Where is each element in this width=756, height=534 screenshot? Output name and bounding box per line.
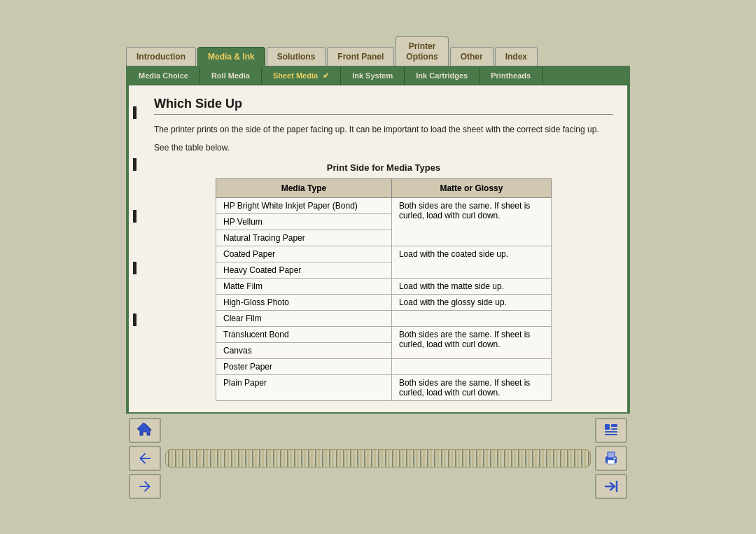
media-table: Media Type Matte or Glossy HP Bright Whi… bbox=[216, 178, 552, 401]
subtab-ink-system[interactable]: Ink System bbox=[341, 67, 405, 85]
svg-rect-6 bbox=[608, 452, 615, 458]
left-sidebar bbox=[127, 85, 140, 412]
table-row: Coated PaperLoad with the coated side up… bbox=[216, 246, 552, 262]
top-navigation: Introduction Media & Ink Solutions Front… bbox=[126, 31, 630, 66]
col-header-media-type: Media Type bbox=[216, 178, 392, 197]
table-row: High-Gloss PhotoLoad with the glossy sid… bbox=[216, 294, 552, 310]
bottom-navigation bbox=[126, 414, 630, 503]
subtab-media-choice[interactable]: Media Choice bbox=[127, 67, 200, 85]
sidebar-mark-3 bbox=[133, 210, 136, 223]
table-title: Print Side for Media Types bbox=[154, 162, 613, 173]
home-button[interactable] bbox=[129, 418, 161, 443]
main-content: Which Side Up The printer prints on the … bbox=[140, 85, 629, 412]
table-row: HP Bright White Inkjet Paper (Bond)Both … bbox=[216, 197, 552, 213]
svg-rect-4 bbox=[605, 434, 617, 435]
sidebar-mark-4 bbox=[133, 262, 136, 274]
col-header-matte-glossy: Matte or Glossy bbox=[391, 178, 551, 197]
tab-introduction[interactable]: Introduction bbox=[126, 47, 196, 66]
svg-rect-7 bbox=[608, 460, 615, 464]
forward-small-button[interactable] bbox=[129, 474, 161, 499]
left-nav-buttons bbox=[129, 418, 161, 499]
subtab-sheet-media[interactable]: Sheet Media ✔ bbox=[262, 67, 341, 85]
intro-text-2: See the table below. bbox=[154, 141, 613, 154]
subtab-printheads[interactable]: Printheads bbox=[479, 67, 542, 85]
tab-other[interactable]: Other bbox=[450, 47, 493, 66]
contents-button[interactable] bbox=[595, 418, 627, 443]
tab-printer-options[interactable]: PrinterOptions bbox=[396, 36, 448, 66]
sub-navigation: Media Choice Roll Media Sheet Media ✔ In… bbox=[127, 67, 629, 85]
back-button[interactable] bbox=[129, 446, 161, 471]
tab-front-panel[interactable]: Front Panel bbox=[327, 47, 394, 66]
svg-rect-2 bbox=[611, 428, 617, 430]
table-row: Matte FilmLoad with the matte side up. bbox=[216, 278, 552, 294]
tab-media-ink[interactable]: Media & Ink bbox=[197, 47, 265, 66]
sidebar-mark-1 bbox=[133, 106, 136, 119]
print-button[interactable] bbox=[595, 446, 627, 471]
intro-text-1: The printer prints on the side of the pa… bbox=[154, 123, 613, 136]
spiral-decoration bbox=[165, 449, 591, 468]
right-nav-buttons bbox=[595, 418, 627, 499]
table-row: Poster Paper bbox=[216, 358, 552, 374]
table-row: Translucent BondBoth sides are the same.… bbox=[216, 326, 552, 342]
svg-rect-3 bbox=[605, 431, 617, 433]
sidebar-mark-2 bbox=[133, 158, 136, 171]
next-button[interactable] bbox=[595, 474, 627, 499]
svg-rect-1 bbox=[611, 424, 617, 427]
tab-solutions[interactable]: Solutions bbox=[267, 47, 326, 66]
page-title: Which Side Up bbox=[154, 97, 613, 115]
svg-point-8 bbox=[614, 457, 616, 459]
table-row: Clear Film bbox=[216, 310, 552, 326]
subtab-roll-media[interactable]: Roll Media bbox=[200, 67, 262, 85]
main-area: Media Choice Roll Media Sheet Media ✔ In… bbox=[126, 66, 630, 414]
checkmark-icon: ✔ bbox=[323, 71, 329, 80]
svg-rect-0 bbox=[605, 424, 610, 430]
tab-index[interactable]: Index bbox=[495, 47, 538, 66]
sidebar-mark-5 bbox=[133, 314, 136, 326]
table-row: Plain PaperBoth sides are the same. If s… bbox=[216, 374, 552, 400]
subtab-ink-cartridges[interactable]: Ink Cartridges bbox=[405, 67, 479, 85]
